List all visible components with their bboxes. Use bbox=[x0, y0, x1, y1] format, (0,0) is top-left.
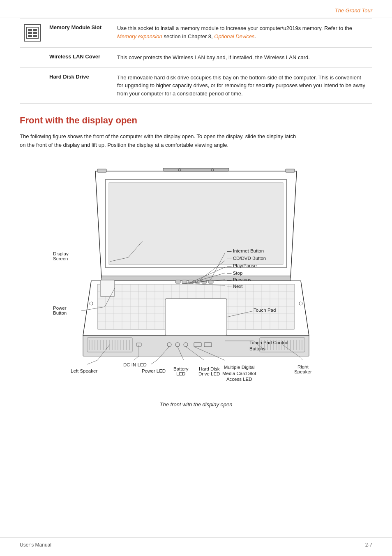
section-heading: Front with the display open bbox=[20, 115, 372, 126]
label-left-speaker: Left Speaker bbox=[71, 368, 97, 373]
label-previous: — Previous bbox=[227, 277, 251, 282]
label-touch-pad-control: Touch Pad ControlButtons bbox=[249, 340, 288, 352]
desc-memory-text2: section in Chapter 8, bbox=[162, 33, 214, 39]
desc-memory-text1: Use this socket to install a memory modu… bbox=[117, 25, 352, 31]
icon-cell-hdd bbox=[20, 67, 45, 104]
svg-rect-37 bbox=[165, 299, 227, 336]
svg-line-103 bbox=[134, 356, 139, 360]
laptop-diagram-svg bbox=[48, 159, 344, 397]
label-play-pause: — Play/Pause bbox=[227, 263, 257, 268]
svg-rect-80 bbox=[100, 280, 115, 297]
page-header: The Grand Tour bbox=[0, 0, 392, 18]
table-row-memory: Memory Module Slot Use this socket to in… bbox=[20, 19, 372, 48]
diagram-caption: The front with the display open bbox=[20, 401, 372, 408]
label-dc-in-led: DC IN LED bbox=[123, 362, 147, 367]
label-stop: — Stop bbox=[227, 271, 242, 276]
label-cd-dvd-button: — CD/DVD Button bbox=[227, 256, 266, 261]
label-internet-button: — Internet Button bbox=[227, 248, 264, 253]
table-row-wireless: Wireless LAN Cover This cover protects t… bbox=[20, 48, 372, 68]
label-next: — Next bbox=[227, 284, 242, 289]
footer-right: 2-7 bbox=[365, 542, 372, 548]
desc-memory: Use this socket to install a memory modu… bbox=[113, 19, 372, 48]
svg-line-107 bbox=[151, 360, 157, 364]
label-multiple-digital: Multiple DigitalMedia Card SlotAccess LE… bbox=[222, 364, 256, 383]
diagram-container: DisplayScreen — Internet Button — CD/DVD… bbox=[20, 159, 372, 397]
svg-rect-3 bbox=[163, 168, 229, 171]
features-table: Memory Module Slot Use this socket to in… bbox=[20, 18, 372, 104]
link-optional-devices[interactable]: Optional Devices bbox=[214, 33, 254, 39]
desc-hdd: The removable hard disk drive occupies t… bbox=[113, 67, 372, 104]
page-footer: User’s Manual 2-7 bbox=[0, 537, 392, 548]
svg-rect-81 bbox=[175, 280, 180, 283]
svg-line-112 bbox=[299, 356, 303, 360]
table-row-hdd: Hard Disk Drive The removable hard disk … bbox=[20, 67, 372, 104]
desc-memory-text3: . bbox=[255, 33, 256, 39]
label-right-speaker: RightSpeaker bbox=[294, 364, 312, 374]
icon-cell-wireless bbox=[20, 48, 45, 68]
label-memory: Memory Module Slot bbox=[45, 19, 113, 48]
svg-rect-6 bbox=[97, 169, 106, 172]
svg-line-105 bbox=[87, 360, 97, 364]
memory-module-icon bbox=[24, 24, 41, 42]
label-wireless: Wireless LAN Cover bbox=[45, 48, 113, 68]
label-hdd: Hard Disk Drive bbox=[45, 67, 113, 104]
intro-text: The following figure shows the front of … bbox=[20, 132, 299, 150]
diagram-wrapper: DisplayScreen — Internet Button — CD/DVD… bbox=[48, 159, 344, 397]
label-hard-disk-drive-led: Hard DiskDrive LED bbox=[198, 366, 220, 376]
content-area: Memory Module Slot Use this socket to in… bbox=[0, 18, 392, 408]
footer-left: User’s Manual bbox=[20, 542, 51, 548]
icon-cell-memory bbox=[20, 19, 45, 48]
page-title: The Grand Tour bbox=[335, 7, 372, 14]
label-battery-led: BatteryLED bbox=[173, 366, 188, 376]
svg-rect-7 bbox=[286, 169, 295, 172]
label-power-button: PowerButton bbox=[53, 306, 67, 315]
label-touch-pad: Touch Pad bbox=[254, 308, 276, 313]
link-memory-expansion[interactable]: Memory expansion bbox=[117, 33, 162, 39]
label-display-screen: DisplayScreen bbox=[53, 251, 69, 261]
desc-wireless: This cover protects the Wireless LAN bay… bbox=[113, 48, 372, 68]
label-power-led: Power LED bbox=[142, 368, 166, 373]
page-container: The Grand Tour bbox=[0, 0, 392, 556]
